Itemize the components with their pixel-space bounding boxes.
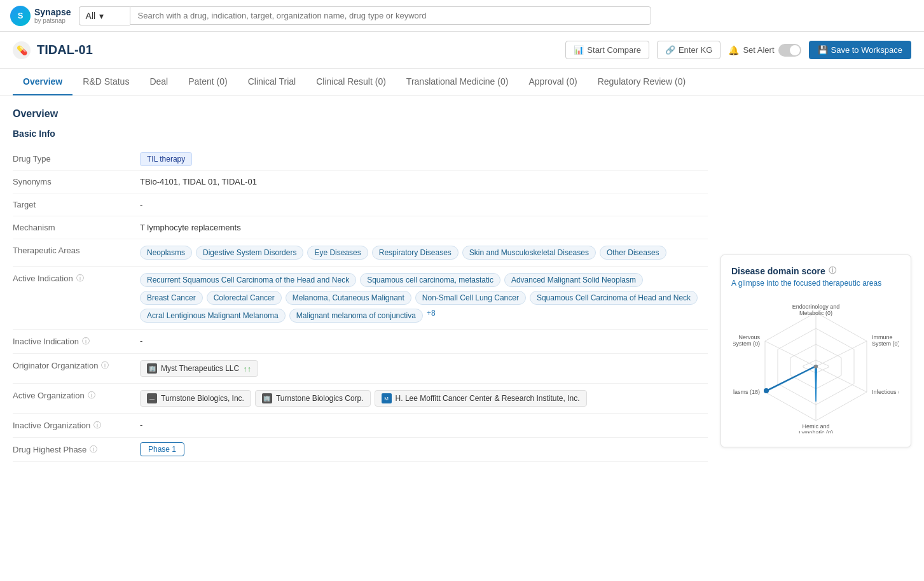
therapeutic-areas-value: Neoplasms Digestive System Disorders Eye… [140,246,708,260]
tab-patent[interactable]: Patent (0) [178,69,237,95]
indication-tag-5: Colorectal Cancer [207,291,282,305]
svg-text:Lymphatic (0): Lymphatic (0) [799,430,833,433]
tab-clinical-result[interactable]: Clinical Result (0) [306,69,396,95]
org-icon-moffitt: M [382,393,392,403]
svg-text:System (0): System (0) [872,340,899,347]
more-indications-link[interactable]: +8 [427,309,436,323]
kg-button[interactable]: 🔗 Enter KG [657,41,721,59]
disease-domain-card: Disease domain score ⓘ A glimpse into th… [721,255,911,447]
tag-digestive: Digestive System Disorders [196,246,303,260]
originator-info-icon[interactable]: ⓘ [101,360,109,371]
originator-org-tags: 🏢 Myst Therapeutics LLC ↑↑ [140,360,708,377]
indication-tag-10: Malignant melanoma of conjunctiva [289,309,423,323]
svg-text:Nervous: Nervous [738,334,760,340]
indication-tag-4: Breast Cancer [140,291,203,305]
target-label: Target [13,200,127,209]
search-type-dropdown[interactable]: All ▾ [79,6,130,25]
alert-container: 🔔 Set Alert [728,44,801,57]
svg-text:Neoplasms (18): Neoplasms (18) [733,389,760,395]
mechanism-label: Mechanism [13,223,127,232]
therapeutic-areas-row: Therapeutic Areas Neoplasms Digestive Sy… [13,239,708,267]
inactive-indication-row: Inactive Indication ⓘ - [13,330,708,354]
tab-translational[interactable]: Translational Medicine (0) [396,69,519,95]
indication-tag-3: Advanced Malignant Solid Neoplasm [504,273,643,287]
basic-info-title: Basic Info [13,129,911,139]
disease-domain-info-icon[interactable]: ⓘ [829,265,836,276]
drug-name: TIDAL-01 [37,43,93,57]
tab-rnd[interactable]: R&D Status [72,69,139,95]
org-icon-myst: 🏢 [147,363,157,374]
originator-org-row: Originator Organization ⓘ 🏢 Myst Therape… [13,354,708,384]
active-org-value: — Turnstone Biologics, Inc. 🏢 Turnstone … [140,390,708,407]
indication-tag-1: Recurrent Squamous Cell Carcinoma of the… [140,273,356,287]
svg-text:Infectious (0): Infectious (0) [872,389,899,395]
indication-tags: Recurrent Squamous Cell Carcinoma of the… [140,273,708,323]
active-org-row: Active Organization ⓘ — Turnstone Biolog… [13,384,708,414]
indication-tag-9: Acral Lentiginous Malignant Melanoma [140,309,286,323]
alert-icon: 🔔 [728,45,739,55]
active-org-tag-1: — Turnstone Biologics, Inc. [140,390,251,407]
tab-overview[interactable]: Overview [13,69,72,95]
drug-type-label: Drug Type [13,154,127,164]
synonyms-row: Synonyms TBio-4101, TIDAL 01, TIDAL-01 [13,171,708,193]
disease-domain-subtitle: A glimpse into the focused therapeutic a… [731,279,900,288]
tab-approval[interactable]: Approval (0) [518,69,587,95]
inactive-org-info-icon[interactable]: ⓘ [93,420,101,431]
tag-respiratory: Respiratory Diseases [372,246,459,260]
active-org-tag-3: M H. Lee Moffitt Cancer Center & Researc… [375,390,587,407]
growth-icon: ↑↑ [243,364,251,374]
originator-org-value: 🏢 Myst Therapeutics LLC ↑↑ [140,360,708,377]
indication-tag-2: Squamous cell carcinoma, metastatic [360,273,500,287]
tag-neoplasms: Neoplasms [140,246,192,260]
save-icon: 💾 [818,45,828,55]
originator-org-tag: 🏢 Myst Therapeutics LLC ↑↑ [140,360,258,377]
tab-bar: Overview R&D Status Deal Patent (0) Clin… [0,69,924,95]
active-org-tags: — Turnstone Biologics, Inc. 🏢 Turnstone … [140,390,708,407]
mechanism-row: Mechanism T lymphocyte replacements [13,216,708,239]
indication-tag-7: Non-Small Cell Lung Cancer [415,291,526,305]
target-row: Target - [13,193,708,216]
alert-toggle[interactable] [778,44,801,57]
svg-text:Metabolic (0): Metabolic (0) [799,310,832,316]
tag-other: Other Diseases [600,246,666,260]
logo[interactable]: S Synapse by patsnap [10,6,71,26]
logo-icon: S [10,6,31,26]
toggle-dot [790,45,800,55]
inactive-org-value: - [140,420,708,430]
therapeutic-areas-tags: Neoplasms Digestive System Disorders Eye… [140,246,708,260]
svg-text:Hemic and: Hemic and [802,423,829,430]
logo-text: Synapse by patsnap [34,7,71,24]
tab-deal[interactable]: Deal [139,69,178,95]
search-input[interactable] [130,6,651,25]
tab-clinical[interactable]: Clinical Trial [238,69,306,95]
indication-tag-8: Squamous Cell Carcinoma of Head and Neck [530,291,698,305]
active-indication-label: Active Indication ⓘ [13,273,127,284]
target-value: - [140,200,708,209]
phase-row: Drug Highest Phase ⓘ Phase 1 [13,438,708,462]
tag-skin: Skin and Musculoskeletal Diseases [462,246,596,260]
tab-regulatory[interactable]: Regulatory Review (0) [588,69,696,95]
inactive-info-icon[interactable]: ⓘ [82,336,90,347]
disease-domain-title: Disease domain score ⓘ [731,265,900,276]
compare-button[interactable]: 📊 Start Compare [565,41,649,59]
phase-tag: Phase 1 [140,442,184,456]
svg-point-24 [814,365,818,368]
inactive-org-label: Inactive Organization ⓘ [13,420,127,431]
chevron-down-icon: ▾ [99,11,104,21]
radar-svg: Endocrinology and Metabolic (0) Immune S… [733,300,899,433]
active-indication-row: Active Indication ⓘ Recurrent Squamous C… [13,267,708,330]
org-icon-turnstone2: 🏢 [262,393,272,403]
save-to-workspace-button[interactable]: 💾 Save to Workspace [809,41,911,59]
info-section: Drug Type TIL therapy Synonyms TBio-4101… [13,148,708,462]
top-nav: S Synapse by patsnap All ▾ [0,0,924,32]
info-icon[interactable]: ⓘ [76,273,84,284]
drug-type-tag: TIL therapy [140,152,192,166]
active-org-info-icon[interactable]: ⓘ [88,390,95,401]
active-indication-value: Recurrent Squamous Cell Carcinoma of the… [140,273,708,323]
svg-marker-12 [815,366,817,402]
svg-text:System (0): System (0) [733,340,760,347]
drug-title-container: 💊 TIDAL-01 [13,41,93,59]
search-container: All ▾ [79,6,651,25]
overview-section-title: Overview [13,108,911,120]
phase-info-icon[interactable]: ⓘ [90,444,97,455]
